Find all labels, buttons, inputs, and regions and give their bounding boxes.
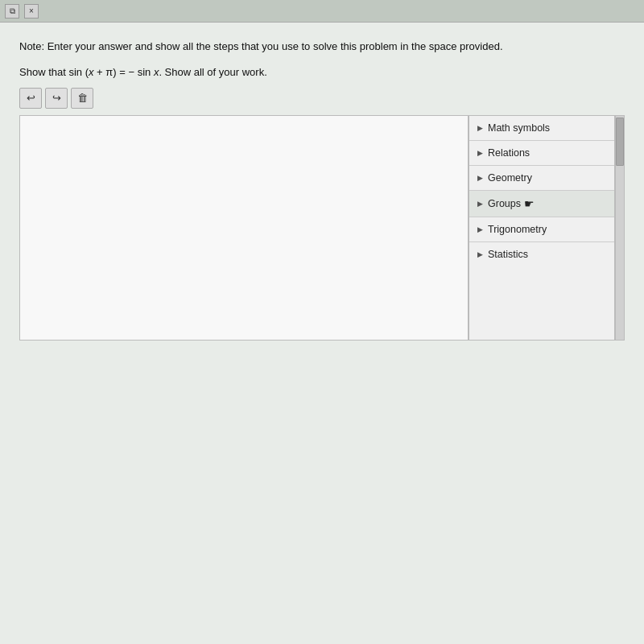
arrow-icon-trigonometry: ▶ [477,225,483,233]
editor-area: ▶ Math symbols ▶ Relations ▶ Geometry ▶ … [19,115,625,341]
arrow-icon-relations: ▶ [477,149,483,157]
sidebar-item-geometry[interactable]: ▶ Geometry [469,166,614,191]
answer-input[interactable] [19,115,469,341]
sidebar-item-trigonometry[interactable]: ▶ Trigonometry [469,217,614,242]
sidebar-item-relations[interactable]: ▶ Relations [469,141,614,166]
close-button[interactable]: × [24,4,39,19]
sidebar-item-groups[interactable]: ▶ Groups ☛ [469,191,614,217]
sidebar-item-statistics[interactable]: ▶ Statistics [469,242,614,266]
redo-button[interactable]: ↪ [45,88,68,109]
sidebar-container: ▶ Math symbols ▶ Relations ▶ Geometry ▶ … [469,115,625,341]
toolbar: ↩ ↪ 🗑 [19,88,625,109]
sidebar-label-groups: Groups [488,198,521,209]
arrow-icon-geometry: ▶ [477,174,483,182]
sidebar-item-math-symbols[interactable]: ▶ Math symbols [469,116,614,141]
note-text: Note: Enter your answer and show all the… [19,39,625,55]
arrow-icon-statistics: ▶ [477,250,483,258]
arrow-icon-groups: ▶ [477,200,483,208]
undo-button[interactable]: ↩ [19,88,42,109]
cursor-indicator: ☛ [524,197,535,210]
sidebar-label-trigonometry: Trigonometry [488,224,547,235]
sidebar-scrollbar[interactable] [615,115,625,341]
scrollbar-thumb[interactable] [616,118,624,166]
problem-text: Show that sin (x + π) = − sin x. Show al… [19,66,625,78]
copy-button[interactable]: ⧉ [5,4,19,19]
delete-button[interactable]: 🗑 [71,88,93,109]
main-content: Note: Enter your answer and show all the… [0,23,644,644]
note-body: Note: Enter your answer and show all the… [19,40,503,52]
sidebar-label-relations: Relations [488,147,530,159]
title-bar: ⧉ × [0,0,644,23]
arrow-icon-math-symbols: ▶ [477,124,483,132]
sidebar-label-geometry: Geometry [488,172,532,184]
sidebar-label-statistics: Statistics [488,249,528,260]
sidebar-label-math-symbols: Math symbols [488,122,550,134]
symbol-sidebar: ▶ Math symbols ▶ Relations ▶ Geometry ▶ … [469,115,615,341]
